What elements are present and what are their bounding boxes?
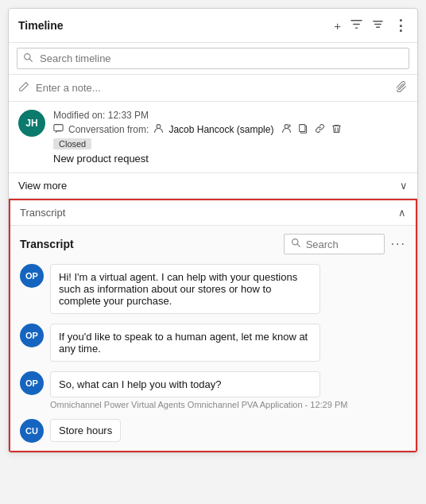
- timeline-panel: Timeline + ⋮: [8, 8, 418, 453]
- transcript-section-label: Transcript: [20, 207, 65, 219]
- chat-bubble-wrap-3: So, what can I help you with today? Omni…: [50, 371, 347, 409]
- bot-avatar-1: OP: [20, 264, 44, 288]
- view-more-label: View more: [18, 180, 67, 192]
- delete-icon[interactable]: [331, 123, 342, 136]
- conversation-label: Conversation from:: [68, 124, 149, 135]
- panel-header: Timeline + ⋮: [9, 9, 417, 43]
- sort-icon[interactable]: [372, 18, 384, 33]
- svg-rect-2: [54, 125, 63, 131]
- chat-bubble-wrap-2: If you'd like to speak to a human agent,…: [50, 324, 320, 362]
- add-icon[interactable]: +: [334, 19, 341, 33]
- contact-name[interactable]: Jacob Hancock (sample): [168, 124, 273, 135]
- chat-meta-3: Omnichannel Power Virtual Agents Omnicha…: [50, 400, 347, 409]
- chat-message-3: OP So, what can I help you with today? O…: [20, 371, 406, 409]
- svg-line-8: [297, 244, 300, 246]
- bot-avatar-2: OP: [20, 324, 44, 347]
- transcript-search-box: [284, 234, 385, 254]
- contact-person-icon: [153, 123, 164, 136]
- transcript-search-icon: [291, 238, 301, 250]
- chat-message-list: OP Hi! I'm a virtual agent. I can help w…: [20, 264, 406, 443]
- chat-bubble-4: Store hours: [50, 419, 121, 442]
- chat-message-2: OP If you'd like to speak to a human age…: [20, 324, 406, 362]
- chevron-down-icon: ∨: [400, 180, 408, 192]
- timeline-content: Modified on: 12:33 PM Conversation from:…: [53, 110, 408, 165]
- pencil-icon: [18, 81, 29, 95]
- customer-avatar: CU: [20, 419, 44, 443]
- chat-bubble-3: So, what can I help you with today?: [50, 371, 320, 397]
- chat-bubble-1: Hi! I'm a virtual agent. I can help with…: [50, 264, 320, 314]
- chat-bubble-2: If you'd like to speak to a human agent,…: [50, 324, 320, 362]
- svg-point-4: [285, 125, 289, 129]
- transcript-more-icon[interactable]: ···: [391, 237, 406, 251]
- panel-title: Timeline: [18, 19, 64, 32]
- more-icon[interactable]: ⋮: [393, 17, 408, 34]
- transcript-section: Transcript ∧ Transcript: [9, 199, 417, 452]
- transcript-search-input[interactable]: [306, 238, 378, 250]
- chat-message-4: CU Store hours: [20, 419, 406, 443]
- avatar: JH: [18, 110, 45, 137]
- assign-icon[interactable]: [281, 123, 292, 136]
- attachment-icon[interactable]: [397, 81, 408, 95]
- transcript-toolbar: Transcript ···: [20, 234, 406, 254]
- timeline-row: Conversation from: Jacob Hancock (sample…: [53, 123, 408, 136]
- bot-avatar-3: OP: [20, 371, 44, 395]
- search-input[interactable]: [17, 48, 409, 69]
- transcript-collapse-icon[interactable]: ∧: [398, 207, 406, 219]
- chat-bubble-wrap-4: Store hours: [50, 419, 121, 442]
- timeline-subject: New product request: [53, 153, 408, 165]
- view-more-row[interactable]: View more ∨: [9, 173, 417, 199]
- timeline-item: JH Modified on: 12:33 PM Conversation fr…: [9, 102, 417, 173]
- copy-icon[interactable]: [298, 123, 308, 136]
- chat-message: OP Hi! I'm a virtual agent. I can help w…: [20, 264, 406, 314]
- header-icons: + ⋮: [334, 17, 408, 34]
- note-bar: [9, 75, 417, 102]
- conversation-icon: [53, 123, 64, 136]
- search-bar-container: [9, 43, 417, 75]
- timeline-meta: Modified on: 12:33 PM: [53, 110, 408, 121]
- transcript-title: Transcript: [20, 238, 74, 250]
- action-icons: [281, 123, 342, 136]
- filter-icon[interactable]: [350, 18, 362, 33]
- status-badge: Closed: [53, 138, 91, 149]
- transcript-inner: Transcript ···: [10, 226, 416, 451]
- link-icon[interactable]: [315, 123, 325, 136]
- transcript-search-group: ···: [284, 234, 406, 254]
- note-input[interactable]: [36, 82, 390, 94]
- svg-rect-6: [300, 125, 305, 132]
- transcript-section-header: Transcript ∧: [10, 200, 416, 226]
- chat-bubble-wrap-1: Hi! I'm a virtual agent. I can help with…: [50, 264, 320, 314]
- svg-point-3: [157, 125, 161, 129]
